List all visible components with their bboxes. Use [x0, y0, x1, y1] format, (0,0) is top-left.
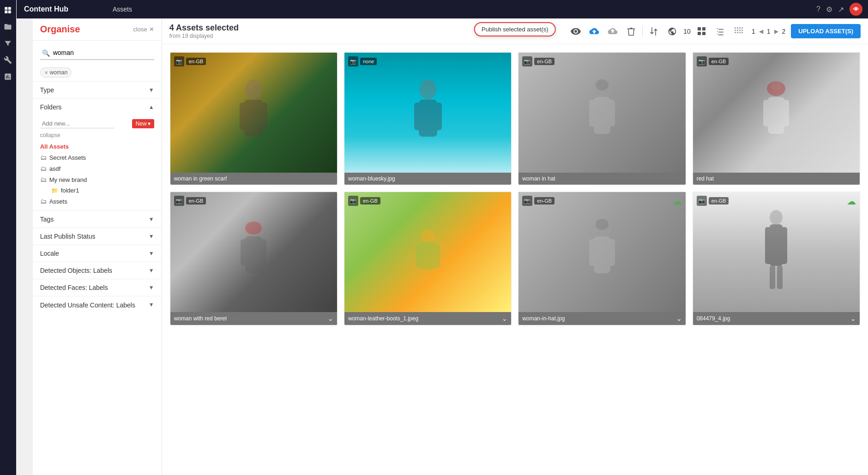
delete-button[interactable] — [624, 24, 639, 39]
card-bottom: 084479_4.jpg ⌄ — [693, 312, 860, 325]
toolbar-actions: 10 — [568, 24, 746, 39]
search-input[interactable] — [40, 46, 154, 60]
pattern-view-button[interactable] — [731, 24, 746, 39]
asset-card-woman-bluesky[interactable]: 📷 none woman-bluesky.jpg — [344, 52, 512, 186]
card-expand-icon[interactable]: ⌄ — [676, 315, 682, 322]
svg-rect-23 — [258, 102, 267, 130]
settings-icon[interactable]: ⚙ — [826, 5, 832, 14]
camera-icon: 📷 — [522, 56, 532, 66]
header-logo: Content Hub — [17, 5, 109, 13]
filter-detected-faces[interactable]: Detected Faces: Labels ▼ — [33, 279, 162, 296]
filter-folders[interactable]: Folders ▲ — [33, 98, 162, 115]
folder-item-secret-assets[interactable]: 🗂 Secret Assets — [40, 152, 154, 163]
locale-badge: en-GB — [534, 58, 555, 65]
svg-point-20 — [245, 79, 262, 100]
filter-detected-objects[interactable]: Detected Objects: Labels ▼ — [33, 262, 162, 279]
asset-card-woman-leather-boots[interactable]: 📷 en-GB woman-leather-boots_1.jpeg ⌄ — [344, 191, 512, 326]
tag-remove-icon[interactable]: ✕ — [44, 70, 48, 75]
filter-last-publish-status[interactable]: Last Publish Status ▼ — [33, 228, 162, 245]
svg-point-29 — [596, 79, 609, 90]
nav-home-icon[interactable] — [1, 4, 14, 17]
eye-button[interactable] — [568, 24, 583, 39]
unpublish-cloud-button[interactable] — [605, 24, 620, 39]
next-page-button[interactable]: ▶ — [773, 28, 779, 35]
asset-card-woman-in-hat-2[interactable]: 📷 en-GB ☁ woman-in-hat.jpg ⌄ — [518, 191, 686, 326]
cloud-published-icon: ☁ — [847, 196, 856, 207]
svg-rect-6 — [698, 32, 701, 35]
svg-rect-14 — [739, 30, 741, 31]
filter-type[interactable]: Type ▼ — [33, 81, 162, 98]
avatar[interactable]: 👁 — [850, 3, 862, 16]
folder-icon: All Assets — [40, 143, 69, 150]
locale-badge: none — [360, 58, 377, 65]
sort-button[interactable] — [646, 24, 661, 39]
card-expand-icon[interactable]: ⌄ — [328, 315, 333, 322]
add-folder-input[interactable] — [40, 119, 114, 128]
folder-item-folder1[interactable]: 📁 folder1 — [40, 185, 154, 196]
svg-rect-0 — [5, 7, 8, 10]
filter-tags[interactable]: Tags ▼ — [33, 210, 162, 228]
chevron-down-icon: ▼ — [149, 267, 154, 274]
upload-assets-button[interactable]: UPLOAD ASSET(S) — [791, 24, 861, 38]
locale-badge: en-GB — [709, 58, 729, 65]
svg-rect-50 — [607, 239, 615, 266]
check-view-button[interactable] — [713, 24, 728, 39]
language-button[interactable] — [665, 24, 680, 39]
dropdown-arrow-icon: ▾ — [148, 120, 151, 127]
nav-tools-icon[interactable] — [1, 54, 14, 66]
card-expand-icon[interactable]: ⌄ — [502, 315, 507, 322]
folder-item-assets[interactable]: 🗂 Assets — [40, 196, 154, 207]
filter-detected-unsafe[interactable]: Detected Unsafe Content: Labels ▼ — [33, 296, 162, 314]
nav-filter-icon[interactable] — [1, 37, 14, 50]
camera-icon: 📷 — [522, 196, 532, 206]
asset-name: red hat — [697, 175, 714, 182]
asset-name: woman in green scarf — [174, 175, 227, 182]
tag-filter-chips: ✕ woman — [33, 66, 162, 81]
tag-chip-woman[interactable]: ✕ woman — [40, 67, 72, 78]
asset-card-red-hat[interactable]: 📷 en-GB red hat — [692, 52, 861, 186]
search-box: 🔍 — [40, 46, 154, 60]
nav-layers-icon[interactable] — [1, 70, 14, 83]
header: Content Hub Assets ? ⚙ ↗ 👁 — [17, 0, 868, 18]
camera-icon: 📷 — [697, 196, 707, 206]
search-icon: 🔍 — [42, 49, 50, 57]
folder-item-my-new-brand[interactable]: 🗂 My new brand — [40, 174, 154, 185]
folder-item-all-assets[interactable]: All Assets — [40, 141, 154, 152]
export-icon[interactable]: ↗ — [838, 5, 844, 14]
asset-image — [693, 192, 860, 312]
sidebar-close-button[interactable]: close ✕ — [133, 26, 154, 33]
folder-icon: 🗂 — [40, 176, 47, 183]
svg-point-38 — [245, 222, 262, 234]
asset-card-084479[interactable]: 📷 en-GB ☁ 084479_4.jpg ⌄ — [692, 191, 861, 326]
grid-view-button[interactable] — [694, 24, 709, 39]
sidebar: Organise close ✕ 🔍 ✕ woman Type ▼ Folder… — [33, 18, 162, 475]
asset-thumbnail: 📷 en-GB ☁ — [518, 192, 685, 312]
svg-rect-9 — [737, 27, 738, 29]
svg-rect-10 — [739, 27, 741, 29]
asset-name: woman with red beret — [174, 315, 227, 322]
help-icon[interactable]: ? — [816, 5, 820, 13]
toolbar-divider — [642, 26, 643, 37]
svg-rect-12 — [735, 30, 736, 31]
card-locale: 📷 en-GB — [697, 196, 729, 206]
card-bottom: woman with red beret ⌄ — [170, 312, 337, 325]
asset-card-woman-green-scarf[interactable]: 📷 en-GB woman in green scarf — [169, 52, 338, 186]
new-folder-button[interactable]: New ▾ — [132, 119, 154, 128]
upload-cloud-button[interactable] — [587, 24, 602, 39]
card-expand-icon[interactable]: ⌄ — [850, 315, 856, 322]
camera-icon: 📷 — [348, 56, 358, 66]
svg-rect-1 — [8, 7, 11, 10]
asset-card-woman-in-hat[interactable]: 📷 en-GB woman in hat — [518, 52, 686, 186]
nav-folder-icon[interactable] — [1, 20, 14, 33]
svg-rect-31 — [589, 100, 597, 126]
sub-folder-icon: 📁 — [51, 187, 58, 194]
folder-item-asdf[interactable]: 🗂 asdf — [40, 163, 154, 174]
asset-card-woman-red-beret[interactable]: 📷 en-GB woman with red beret ⌄ — [169, 191, 338, 326]
chevron-down-icon: ▼ — [149, 233, 154, 240]
prev-page-button[interactable]: ◀ — [758, 28, 764, 35]
publish-selected-banner[interactable]: Publish selected asset(s) — [474, 22, 556, 36]
filter-locale[interactable]: Locale ▼ — [33, 245, 162, 262]
collapse-link[interactable]: collapse — [40, 132, 154, 138]
asset-image — [344, 192, 511, 312]
chevron-down-icon: ▼ — [149, 87, 154, 93]
